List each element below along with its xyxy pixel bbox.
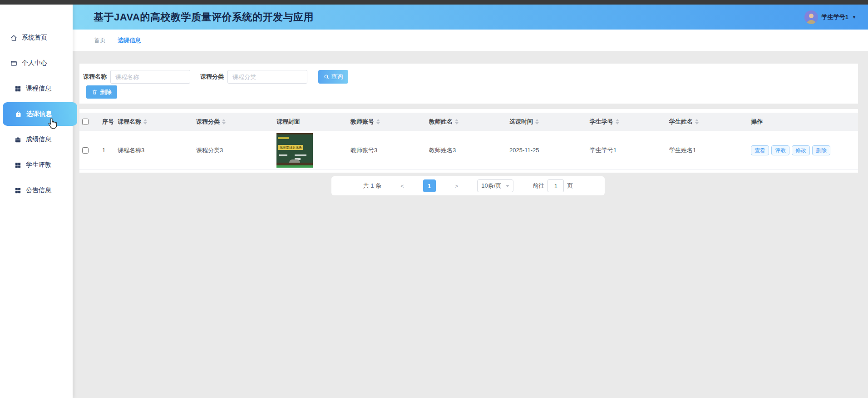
- app-header: 基于JAVA的高校教学质量评价系统的开发与应用 学生学号1 ▼: [73, 5, 868, 30]
- column-course-cover: 课程封面: [276, 118, 350, 126]
- column-student-name[interactable]: 学生姓名: [669, 118, 751, 126]
- sidebar-item-personal-center[interactable]: 个人中心: [0, 50, 73, 76]
- sort-caret-icon[interactable]: [695, 119, 699, 124]
- sidebar-item-label: 公告信息: [26, 186, 51, 194]
- page-size-select[interactable]: 10条/页: [477, 179, 513, 192]
- username: 学生学号1: [822, 13, 848, 21]
- sidebar-item-course-info[interactable]: 课程信息: [0, 76, 73, 101]
- row-teacher-account: 教师账号3: [350, 146, 429, 154]
- column-teacher-account[interactable]: 教师账号: [350, 118, 429, 126]
- row-select-time: 2025-11-25: [509, 147, 590, 154]
- delete-button[interactable]: 删除: [812, 145, 830, 155]
- goto-unit: 页: [567, 182, 573, 190]
- chevron-down-icon: ▼: [852, 15, 856, 20]
- sidebar-item-system-home[interactable]: 系统首页: [0, 25, 73, 50]
- page-number-1[interactable]: 1: [423, 179, 436, 192]
- row-course-name: 课程名称3: [118, 146, 196, 154]
- course-cover-thumbnail[interactable]: 线段直线射线角: [276, 133, 313, 168]
- row-checkbox[interactable]: [82, 147, 89, 154]
- home-icon: [10, 34, 17, 41]
- grid-icon: [14, 85, 21, 92]
- bag-icon: [15, 110, 22, 118]
- main-content: 课程名称 课程分类 查询 删除 序号 课程名称 课程分类: [73, 51, 868, 398]
- breadcrumb-home[interactable]: 首页: [94, 36, 106, 45]
- batch-delete-button[interactable]: 删除: [86, 85, 117, 99]
- mouse-cursor-hand: [45, 116, 59, 130]
- view-button[interactable]: 查看: [751, 145, 769, 155]
- system-top-strip: [0, 0, 868, 5]
- sort-caret-icon[interactable]: [616, 119, 619, 124]
- column-select-time[interactable]: 选课时间: [509, 118, 590, 126]
- sidebar-item-label: 系统首页: [22, 34, 47, 42]
- query-button[interactable]: 查询: [318, 70, 348, 84]
- cover-decor: [278, 137, 289, 139]
- column-teacher-name[interactable]: 教师姓名: [429, 118, 509, 126]
- grid-icon: [14, 187, 21, 194]
- table-row: 1 课程名称3 课程分类3 线段直线射线角 教师账号3 教师姓名3 2025-1…: [79, 131, 858, 170]
- trash-icon: [92, 89, 98, 95]
- card-icon: [10, 60, 17, 67]
- search-icon: [324, 74, 330, 80]
- prev-page-icon[interactable]: <: [400, 183, 404, 189]
- goto-label: 前往: [533, 182, 544, 190]
- select-all-checkbox[interactable]: [82, 119, 89, 125]
- column-index: 序号: [97, 118, 118, 126]
- sort-caret-icon[interactable]: [535, 119, 539, 124]
- page-title: 基于JAVA的高校教学质量评价系统的开发与应用: [94, 10, 314, 24]
- breadcrumb-current: 选课信息: [118, 36, 141, 45]
- edit-button[interactable]: 修改: [792, 145, 810, 155]
- course-name-input[interactable]: [110, 70, 190, 84]
- pagination-bar: 共 1 条 < 1 > 10条/页 前往 页: [331, 176, 605, 195]
- sort-caret-icon[interactable]: [222, 119, 226, 124]
- course-category-input[interactable]: [227, 70, 307, 84]
- briefcase-icon: [14, 136, 21, 143]
- row-index: 1: [97, 147, 118, 154]
- sidebar-item-label: 个人中心: [22, 59, 47, 67]
- row-student-no: 学生学号1: [590, 146, 669, 154]
- evaluate-button[interactable]: 评教: [771, 145, 789, 155]
- table-header-row: 序号 课程名称 课程分类 课程封面 教师账号 教师姓名 选课时间: [79, 113, 858, 131]
- sort-caret-icon[interactable]: [376, 119, 380, 124]
- goto-page-input[interactable]: [547, 179, 564, 192]
- cover-title-text: 线段直线射线角: [278, 145, 303, 150]
- column-student-no[interactable]: 学生学号: [590, 118, 669, 126]
- column-course-category[interactable]: 课程分类: [196, 118, 276, 126]
- sidebar: 系统首页 个人中心 课程信息 选课信息 成绩信息 学生评教 公告信息: [0, 5, 73, 398]
- grid-icon: [14, 161, 21, 169]
- sidebar-item-label: 学生评教: [26, 161, 51, 169]
- column-course-name[interactable]: 课程名称: [118, 118, 196, 126]
- sidebar-item-label: 课程信息: [26, 85, 51, 93]
- sidebar-item-grade-info[interactable]: 成绩信息: [0, 127, 73, 152]
- sidebar-item-announcement[interactable]: 公告信息: [0, 178, 73, 203]
- breadcrumb: 首页 选课信息: [73, 30, 868, 51]
- column-actions: 操作: [751, 118, 858, 126]
- user-menu[interactable]: 学生学号1 ▼: [804, 5, 856, 30]
- sidebar-item-label: 成绩信息: [26, 135, 51, 144]
- search-panel: 课程名称 课程分类 查询 删除: [79, 64, 858, 104]
- sidebar-item-student-evaluation[interactable]: 学生评教: [0, 152, 73, 178]
- next-page-icon[interactable]: >: [455, 183, 459, 189]
- course-name-label: 课程名称: [83, 73, 107, 81]
- row-teacher-name: 教师姓名3: [429, 146, 509, 154]
- sort-caret-icon[interactable]: [455, 119, 459, 124]
- sidebar-item-course-selection[interactable]: 选课信息: [3, 102, 77, 126]
- row-course-category: 课程分类3: [196, 146, 276, 154]
- row-student-name: 学生姓名1: [669, 146, 751, 154]
- avatar[interactable]: [804, 10, 818, 24]
- chevron-down-icon: [506, 185, 509, 187]
- course-category-label: 课程分类: [200, 73, 224, 81]
- sort-caret-icon[interactable]: [143, 119, 147, 124]
- course-selection-table: 序号 课程名称 课程分类 课程封面 教师账号 教师姓名 选课时间: [79, 109, 858, 173]
- pagination-total: 共 1 条: [363, 182, 381, 190]
